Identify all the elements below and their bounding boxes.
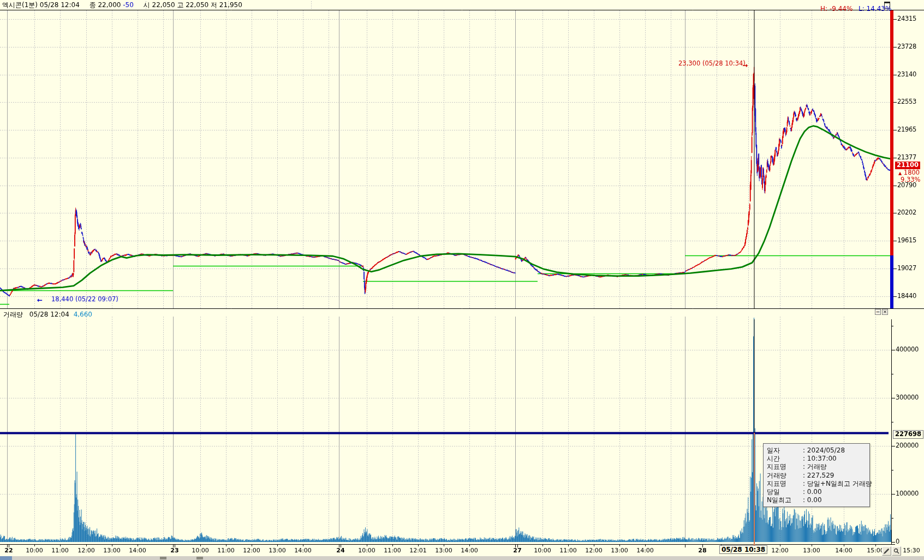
price-axis-label: 18440 xyxy=(897,293,916,300)
volume-axis-label: 0 xyxy=(896,539,899,545)
bottom-edge-mark xyxy=(160,557,166,559)
indicator-tooltip: 일자: 2024/05/28시간: 10:37:00지표명: 거래량 거래량: … xyxy=(763,443,870,507)
time-axis-label: 10:00 xyxy=(26,547,43,553)
volume-title: 거래량 xyxy=(3,311,23,318)
time-axis-label: 13:00 xyxy=(435,547,452,553)
low-arrow-icon: ← xyxy=(37,297,43,303)
zoom-tool-button[interactable] xyxy=(892,546,901,556)
time-axis-label: 13:00 xyxy=(803,547,820,553)
time-axis-label: 12:00 xyxy=(243,547,260,553)
high-label: 고 xyxy=(177,1,183,9)
time-axis-label: 14:00 xyxy=(461,547,478,553)
price-axis-label: 23140 xyxy=(897,72,916,78)
time-axis-label: 14:00 xyxy=(835,547,853,553)
volume-pane-close-button[interactable]: × xyxy=(882,309,888,315)
time-axis-label: 11:00 xyxy=(217,547,235,553)
time-axis-label: 13:00 xyxy=(611,547,628,553)
price-axis-label: 23728 xyxy=(897,44,916,50)
bottom-edge-accent xyxy=(0,556,12,560)
session-end-time-label: 15:30 xyxy=(903,547,920,553)
high-arrow-icon: → xyxy=(742,62,748,69)
time-axis-label: 23 xyxy=(170,547,178,553)
time-axis-label: 22 xyxy=(4,547,13,553)
magnifier-icon xyxy=(893,548,899,554)
change-value: -50 xyxy=(123,1,134,9)
open-value: 22,050 xyxy=(152,1,175,9)
time-axis-label: 11:00 xyxy=(384,547,401,553)
tooltip-row: 시간: 10:37:00 xyxy=(767,455,866,463)
time-axis-label: 28 xyxy=(698,547,706,553)
open-label: 시 xyxy=(144,1,150,9)
price-axis-label: 24315 xyxy=(897,16,916,22)
volume-current-value: 4,660 xyxy=(74,311,92,318)
volume-axis-label: 400000 xyxy=(896,347,919,353)
volume-axis-label: 200000 xyxy=(896,443,919,449)
chart-header-bar: 엑시콘(1분) 05/28 12:04 종 22,000 -50 시 22,05… xyxy=(2,2,242,8)
up-triangle-icon: ▲ xyxy=(898,171,902,176)
price-axis-label: 19615 xyxy=(897,237,916,244)
chart-application-window: 엑시콘(1분) 05/28 12:04 종 22,000 -50 시 22,05… xyxy=(0,0,924,560)
time-axis-label: 14:00 xyxy=(129,547,146,553)
low-label: 저 xyxy=(211,1,217,9)
high-value: 22,050 xyxy=(186,1,208,9)
close-label: 종 xyxy=(90,1,96,9)
tooltip-row: 지표명: 당일+N일최고 거래량 xyxy=(767,480,866,488)
time-axis-label: 12:00 xyxy=(771,547,789,553)
volume-axis-label: 300000 xyxy=(896,395,919,401)
time-axis-label: 12:01 xyxy=(409,547,427,553)
draw-tool-button[interactable] xyxy=(882,546,891,556)
time-axis-label: 12:00 xyxy=(78,547,95,553)
price-axis-label: 19027 xyxy=(897,265,916,272)
volume-axis-label: 100000 xyxy=(896,491,919,497)
high-percent-stat: H: -9.44% xyxy=(820,5,853,12)
price-axis-label: 21965 xyxy=(897,127,916,133)
time-axis-label: 24 xyxy=(336,547,344,553)
time-axis-label: 10:00 xyxy=(358,547,375,553)
max-volume-marker-badge: 227698 xyxy=(893,430,923,439)
time-axis-label: 13:00 xyxy=(103,547,121,553)
tooltip-row: 일자: 2024/05/28 xyxy=(767,446,866,455)
tooltip-row: N일최고: 0.00 xyxy=(767,496,866,504)
price-axis-label: 21377 xyxy=(897,154,916,161)
low-price-annotation: 18,440 (05/22 09:07) xyxy=(51,296,118,303)
time-axis-label: 11:00 xyxy=(51,547,69,553)
close-value: 22,000 xyxy=(98,1,121,9)
symbol-title: 엑시콘(1분) 05/28 12:04 xyxy=(2,1,80,9)
low-value: 21,950 xyxy=(219,1,242,9)
price-axis-label: 20202 xyxy=(897,210,916,216)
time-axis-label: 27 xyxy=(513,547,521,553)
tooltip-row: 거래량: 227,529 xyxy=(767,472,866,480)
volume-pane-minimize-button[interactable]: − xyxy=(875,309,881,315)
time-axis-label: 11:00 xyxy=(559,547,577,553)
crosshair-time-badge: 05/28 10:38 xyxy=(719,545,767,554)
time-axis-label: 14:00 xyxy=(294,547,312,553)
volume-datetime: 05/28 12:04 xyxy=(29,311,69,318)
time-axis-label: 12:00 xyxy=(585,547,603,553)
time-axis-label: 14:00 xyxy=(636,547,654,553)
price-axis-label: 22553 xyxy=(897,99,916,105)
low-percent-stat: L: 14.43% xyxy=(859,5,891,12)
current-price-badge: 21100 xyxy=(895,162,920,169)
high-price-annotation: 23,300 (05/28 10:34) xyxy=(678,61,746,67)
tooltip-row: 지표명: 거래량 xyxy=(767,463,866,471)
tooltip-row: 당일: 0.00 xyxy=(767,488,866,496)
volume-pane-header: 거래량 05/28 12:04 4,660 xyxy=(3,311,92,318)
price-change: ▲ 1800 xyxy=(898,170,920,176)
bottom-edge-mark xyxy=(196,557,203,559)
price-change-percent: 9.33% xyxy=(901,177,921,183)
time-axis-label: 13:00 xyxy=(269,547,286,553)
pencil-icon xyxy=(884,548,890,554)
time-axis-label: 10:00 xyxy=(192,547,209,553)
bottom-window-edge xyxy=(0,556,924,560)
time-axis-label: 10:00 xyxy=(534,547,551,553)
